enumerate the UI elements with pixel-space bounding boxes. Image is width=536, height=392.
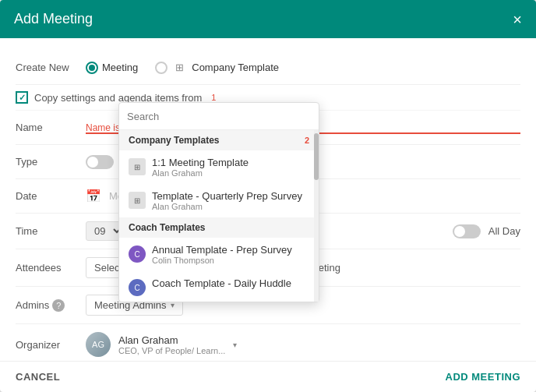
- template-item-daily[interactable]: C Coach Template - Daily Huddle: [119, 271, 319, 302]
- radio-template-circle[interactable]: [155, 62, 168, 74]
- all-day-label: All Day: [488, 225, 520, 237]
- item-info-1: 1:1 Meeting Template Alan Graham: [152, 157, 249, 178]
- scrollbar-track: [314, 130, 319, 302]
- organizer-label: Organizer: [16, 339, 86, 351]
- dropdown-search-input[interactable]: [127, 111, 311, 122]
- coach-icon-2: C: [129, 279, 146, 296]
- admins-label: Admins: [16, 299, 49, 311]
- copy-settings-checkbox[interactable]: [16, 91, 28, 104]
- template-icon-2: ⊞: [129, 192, 146, 209]
- radio-meeting-label: Meeting: [102, 62, 138, 73]
- admins-help-icon[interactable]: ?: [52, 299, 65, 312]
- item-name-4: Coach Template - Daily Huddle: [152, 277, 291, 289]
- date-label: Date: [16, 190, 86, 202]
- organizer-name: Alan Graham: [118, 334, 225, 346]
- item-author-1: Alan Graham: [152, 168, 249, 178]
- radio-meeting-circle[interactable]: [86, 62, 98, 74]
- template-item-quarterly[interactable]: ⊞ Template - Quarterly Prep Survey Alan …: [119, 184, 319, 217]
- coach-icon-1: C: [129, 245, 146, 263]
- organizer-avatar: AG: [86, 332, 111, 357]
- create-new-row: Create New Meeting ⊞ Company Template: [16, 51, 520, 85]
- template-item-1on1[interactable]: ⊞ 1:1 Meeting Template Alan Graham: [119, 150, 319, 184]
- item-author-2: Alan Graham: [152, 202, 302, 211]
- radio-template-label: Company Template: [192, 62, 279, 73]
- close-button[interactable]: ×: [513, 12, 522, 27]
- attendees-label: Attendees: [16, 262, 86, 274]
- organizer-content: AG Alan Graham CEO, VP of People/ Learn.…: [86, 332, 520, 357]
- company-templates-header: Company Templates 2: [119, 130, 319, 150]
- all-day-toggle[interactable]: [453, 224, 481, 238]
- coach-templates-header: Coach Templates: [119, 217, 319, 238]
- create-new-options: Meeting ⊞ Company Template: [86, 62, 520, 74]
- radio-meeting[interactable]: Meeting: [86, 62, 138, 74]
- coach-section-label: Coach Templates: [129, 222, 205, 233]
- add-meeting-button[interactable]: ADD MEETING: [446, 371, 521, 383]
- dialog-header: Add Meeting ×: [0, 0, 536, 38]
- dialog-title: Add Meeting: [14, 11, 93, 27]
- add-meeting-dialog: Add Meeting × Create New Meeting ⊞ Compa…: [0, 0, 536, 392]
- name-label: Name: [16, 122, 86, 133]
- item-name-2: Template - Quarterly Prep Survey: [152, 190, 302, 202]
- item-info-4: Coach Template - Daily Huddle: [152, 277, 291, 289]
- create-new-label: Create New: [16, 62, 86, 73]
- scrollbar-thumb: [314, 133, 319, 180]
- item-author-3: Colin Thompson: [152, 256, 292, 265]
- admins-label-container: Admins ?: [16, 299, 86, 312]
- company-section-label: Company Templates: [129, 135, 219, 146]
- template-icon-1: ⊞: [129, 158, 146, 175]
- dialog-footer: CANCEL ADD MEETING: [0, 361, 536, 392]
- radio-template[interactable]: ⊞ Company Template: [155, 62, 279, 74]
- copy-badge: 1: [211, 93, 216, 102]
- recurring-toggle[interactable]: [86, 155, 114, 169]
- item-info-2: Template - Quarterly Prep Survey Alan Gr…: [152, 190, 302, 211]
- avatar-initials: AG: [92, 340, 104, 349]
- organizer-role: CEO, VP of People/ Learn...: [118, 346, 225, 355]
- item-name-1: 1:1 Meeting Template: [152, 157, 249, 168]
- organizer-chevron-icon: ▾: [233, 341, 237, 349]
- template-item-annual[interactable]: C Annual Template - Prep Survey Colin Th…: [119, 238, 319, 271]
- type-label: Type: [16, 156, 86, 168]
- time-label: Time: [16, 225, 86, 237]
- item-name-3: Annual Template - Prep Survey: [152, 244, 292, 256]
- template-dropdown: Company Templates 2 ⊞ 1:1 Meeting Templa…: [118, 102, 319, 302]
- dropdown-list: Company Templates 2 ⊞ 1:1 Meeting Templa…: [119, 130, 319, 302]
- organizer-info: Alan Graham CEO, VP of People/ Learn...: [118, 334, 225, 355]
- dropdown-search-container: [119, 103, 319, 130]
- template-icon-small: ⊞: [175, 62, 184, 73]
- organizer-row: Organizer AG Alan Graham CEO, VP of Peop…: [16, 324, 520, 361]
- cancel-button[interactable]: CANCEL: [16, 371, 60, 383]
- calendar-icon: 📅: [86, 189, 101, 203]
- item-info-3: Annual Template - Prep Survey Colin Thom…: [152, 244, 292, 265]
- company-badge: 2: [305, 136, 309, 145]
- dialog-body: Create New Meeting ⊞ Company Template Co…: [0, 38, 536, 361]
